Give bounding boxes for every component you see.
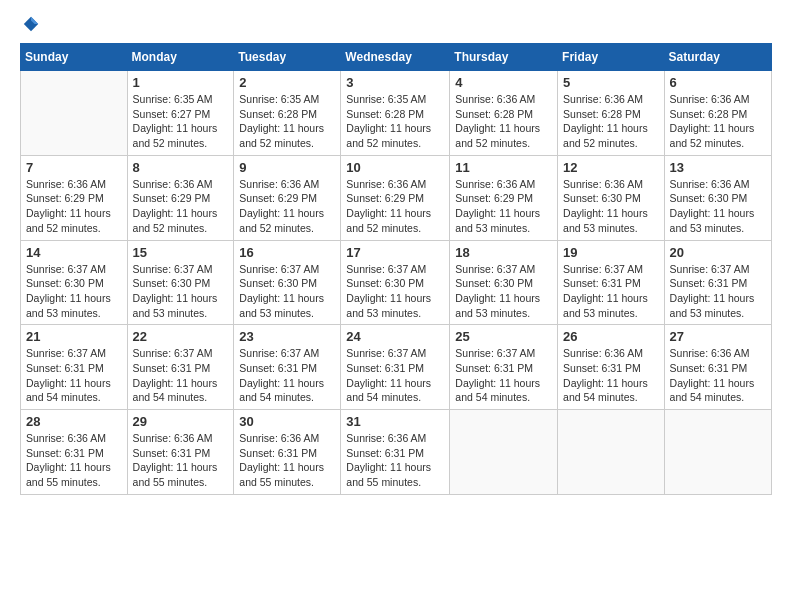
day-info: Sunrise: 6:37 AM Sunset: 6:31 PM Dayligh… — [563, 262, 659, 321]
day-number: 26 — [563, 329, 659, 344]
day-info: Sunrise: 6:37 AM Sunset: 6:31 PM Dayligh… — [455, 346, 552, 405]
day-number: 6 — [670, 75, 766, 90]
calendar-cell: 31Sunrise: 6:36 AM Sunset: 6:31 PM Dayli… — [341, 410, 450, 495]
day-info: Sunrise: 6:37 AM Sunset: 6:30 PM Dayligh… — [239, 262, 335, 321]
day-info: Sunrise: 6:36 AM Sunset: 6:31 PM Dayligh… — [26, 431, 122, 490]
calendar-cell: 10Sunrise: 6:36 AM Sunset: 6:29 PM Dayli… — [341, 155, 450, 240]
day-number: 17 — [346, 245, 444, 260]
calendar-cell — [450, 410, 558, 495]
day-number: 19 — [563, 245, 659, 260]
calendar-cell: 25Sunrise: 6:37 AM Sunset: 6:31 PM Dayli… — [450, 325, 558, 410]
day-info: Sunrise: 6:37 AM Sunset: 6:31 PM Dayligh… — [670, 262, 766, 321]
calendar-table: SundayMondayTuesdayWednesdayThursdayFrid… — [20, 43, 772, 495]
day-info: Sunrise: 6:36 AM Sunset: 6:30 PM Dayligh… — [670, 177, 766, 236]
day-number: 27 — [670, 329, 766, 344]
day-info: Sunrise: 6:35 AM Sunset: 6:27 PM Dayligh… — [133, 92, 229, 151]
header — [20, 15, 772, 33]
calendar-cell: 9Sunrise: 6:36 AM Sunset: 6:29 PM Daylig… — [234, 155, 341, 240]
day-info: Sunrise: 6:37 AM Sunset: 6:30 PM Dayligh… — [455, 262, 552, 321]
day-info: Sunrise: 6:36 AM Sunset: 6:28 PM Dayligh… — [670, 92, 766, 151]
weekday-header-monday: Monday — [127, 44, 234, 71]
day-info: Sunrise: 6:36 AM Sunset: 6:31 PM Dayligh… — [133, 431, 229, 490]
week-row-2: 7Sunrise: 6:36 AM Sunset: 6:29 PM Daylig… — [21, 155, 772, 240]
day-number: 16 — [239, 245, 335, 260]
day-number: 7 — [26, 160, 122, 175]
calendar-cell: 27Sunrise: 6:36 AM Sunset: 6:31 PM Dayli… — [664, 325, 771, 410]
logo-text — [20, 15, 40, 33]
day-number: 8 — [133, 160, 229, 175]
day-number: 5 — [563, 75, 659, 90]
day-number: 14 — [26, 245, 122, 260]
day-number: 25 — [455, 329, 552, 344]
day-info: Sunrise: 6:36 AM Sunset: 6:28 PM Dayligh… — [455, 92, 552, 151]
day-number: 4 — [455, 75, 552, 90]
calendar-cell: 8Sunrise: 6:36 AM Sunset: 6:29 PM Daylig… — [127, 155, 234, 240]
day-info: Sunrise: 6:36 AM Sunset: 6:29 PM Dayligh… — [455, 177, 552, 236]
calendar-cell: 14Sunrise: 6:37 AM Sunset: 6:30 PM Dayli… — [21, 240, 128, 325]
day-info: Sunrise: 6:37 AM Sunset: 6:31 PM Dayligh… — [346, 346, 444, 405]
calendar-cell: 13Sunrise: 6:36 AM Sunset: 6:30 PM Dayli… — [664, 155, 771, 240]
day-number: 3 — [346, 75, 444, 90]
day-number: 13 — [670, 160, 766, 175]
day-number: 1 — [133, 75, 229, 90]
day-info: Sunrise: 6:37 AM Sunset: 6:30 PM Dayligh… — [133, 262, 229, 321]
day-info: Sunrise: 6:36 AM Sunset: 6:29 PM Dayligh… — [133, 177, 229, 236]
day-number: 31 — [346, 414, 444, 429]
day-info: Sunrise: 6:36 AM Sunset: 6:31 PM Dayligh… — [670, 346, 766, 405]
weekday-header-tuesday: Tuesday — [234, 44, 341, 71]
day-info: Sunrise: 6:36 AM Sunset: 6:31 PM Dayligh… — [239, 431, 335, 490]
calendar-cell: 6Sunrise: 6:36 AM Sunset: 6:28 PM Daylig… — [664, 71, 771, 156]
calendar-cell: 17Sunrise: 6:37 AM Sunset: 6:30 PM Dayli… — [341, 240, 450, 325]
calendar-cell: 3Sunrise: 6:35 AM Sunset: 6:28 PM Daylig… — [341, 71, 450, 156]
calendar-cell: 23Sunrise: 6:37 AM Sunset: 6:31 PM Dayli… — [234, 325, 341, 410]
calendar-cell: 11Sunrise: 6:36 AM Sunset: 6:29 PM Dayli… — [450, 155, 558, 240]
calendar-cell: 16Sunrise: 6:37 AM Sunset: 6:30 PM Dayli… — [234, 240, 341, 325]
calendar-cell: 18Sunrise: 6:37 AM Sunset: 6:30 PM Dayli… — [450, 240, 558, 325]
day-number: 10 — [346, 160, 444, 175]
weekday-header-row: SundayMondayTuesdayWednesdayThursdayFrid… — [21, 44, 772, 71]
day-number: 2 — [239, 75, 335, 90]
week-row-5: 28Sunrise: 6:36 AM Sunset: 6:31 PM Dayli… — [21, 410, 772, 495]
calendar-cell: 21Sunrise: 6:37 AM Sunset: 6:31 PM Dayli… — [21, 325, 128, 410]
day-info: Sunrise: 6:36 AM Sunset: 6:28 PM Dayligh… — [563, 92, 659, 151]
page: SundayMondayTuesdayWednesdayThursdayFrid… — [0, 0, 792, 612]
logo-icon — [22, 15, 40, 33]
day-info: Sunrise: 6:36 AM Sunset: 6:29 PM Dayligh… — [346, 177, 444, 236]
week-row-1: 1Sunrise: 6:35 AM Sunset: 6:27 PM Daylig… — [21, 71, 772, 156]
calendar-cell: 20Sunrise: 6:37 AM Sunset: 6:31 PM Dayli… — [664, 240, 771, 325]
calendar-cell: 19Sunrise: 6:37 AM Sunset: 6:31 PM Dayli… — [558, 240, 665, 325]
day-info: Sunrise: 6:37 AM Sunset: 6:31 PM Dayligh… — [133, 346, 229, 405]
calendar-cell: 7Sunrise: 6:36 AM Sunset: 6:29 PM Daylig… — [21, 155, 128, 240]
day-info: Sunrise: 6:36 AM Sunset: 6:31 PM Dayligh… — [346, 431, 444, 490]
day-number: 11 — [455, 160, 552, 175]
day-info: Sunrise: 6:35 AM Sunset: 6:28 PM Dayligh… — [239, 92, 335, 151]
day-number: 20 — [670, 245, 766, 260]
weekday-header-wednesday: Wednesday — [341, 44, 450, 71]
day-info: Sunrise: 6:36 AM Sunset: 6:30 PM Dayligh… — [563, 177, 659, 236]
calendar-cell: 26Sunrise: 6:36 AM Sunset: 6:31 PM Dayli… — [558, 325, 665, 410]
day-number: 29 — [133, 414, 229, 429]
day-number: 18 — [455, 245, 552, 260]
day-info: Sunrise: 6:36 AM Sunset: 6:31 PM Dayligh… — [563, 346, 659, 405]
calendar-cell: 22Sunrise: 6:37 AM Sunset: 6:31 PM Dayli… — [127, 325, 234, 410]
calendar-cell: 30Sunrise: 6:36 AM Sunset: 6:31 PM Dayli… — [234, 410, 341, 495]
day-number: 24 — [346, 329, 444, 344]
day-info: Sunrise: 6:37 AM Sunset: 6:30 PM Dayligh… — [346, 262, 444, 321]
calendar-cell — [664, 410, 771, 495]
logo — [20, 15, 40, 33]
calendar-cell — [558, 410, 665, 495]
week-row-4: 21Sunrise: 6:37 AM Sunset: 6:31 PM Dayli… — [21, 325, 772, 410]
calendar-cell — [21, 71, 128, 156]
calendar-cell: 15Sunrise: 6:37 AM Sunset: 6:30 PM Dayli… — [127, 240, 234, 325]
calendar-cell: 29Sunrise: 6:36 AM Sunset: 6:31 PM Dayli… — [127, 410, 234, 495]
weekday-header-friday: Friday — [558, 44, 665, 71]
day-number: 21 — [26, 329, 122, 344]
week-row-3: 14Sunrise: 6:37 AM Sunset: 6:30 PM Dayli… — [21, 240, 772, 325]
calendar-cell: 5Sunrise: 6:36 AM Sunset: 6:28 PM Daylig… — [558, 71, 665, 156]
calendar-cell: 12Sunrise: 6:36 AM Sunset: 6:30 PM Dayli… — [558, 155, 665, 240]
calendar-cell: 24Sunrise: 6:37 AM Sunset: 6:31 PM Dayli… — [341, 325, 450, 410]
weekday-header-sunday: Sunday — [21, 44, 128, 71]
day-number: 23 — [239, 329, 335, 344]
day-number: 12 — [563, 160, 659, 175]
day-info: Sunrise: 6:36 AM Sunset: 6:29 PM Dayligh… — [239, 177, 335, 236]
